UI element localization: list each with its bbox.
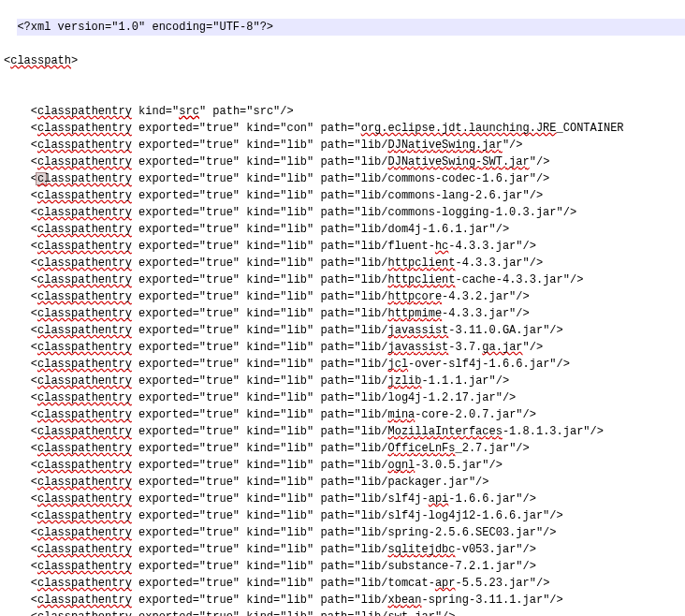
classpath-entry: <classpathentry exported="true" kind="li… — [4, 440, 681, 457]
classpath-entry: <classpathentry exported="true" kind="li… — [4, 558, 681, 575]
classpath-entry: <classpathentry exported="true" kind="co… — [4, 120, 681, 137]
classpath-entry: <classpathentry exported="true" kind="li… — [4, 373, 681, 389]
classpath-entry: <classpathentry exported="true" kind="li… — [4, 238, 681, 255]
classpath-entry: <classpathentry exported="true" kind="li… — [4, 474, 681, 491]
classpath-entry: <classpathentry exported="true" kind="li… — [4, 541, 681, 558]
classpath-entry: <classpathentry exported="true" kind="li… — [4, 204, 681, 221]
classpath-entry: <classpathentry exported="true" kind="li… — [4, 389, 681, 406]
classpath-entry: <classpathentry exported="true" kind="li… — [4, 406, 681, 423]
classpath-entry: <classpathentry exported="true" kind="li… — [4, 339, 681, 356]
classpath-entry: <classpathentry exported="true" kind="li… — [4, 356, 681, 373]
classpath-entry: <classpathentry exported="true" kind="li… — [4, 288, 681, 305]
root-open: <classpath> — [4, 52, 681, 69]
classpath-entry: <classpathentry exported="true" kind="li… — [4, 609, 681, 616]
classpath-entry: <classpathentry exported="true" kind="li… — [4, 575, 681, 592]
classpath-entry: <classpathentry exported="true" kind="li… — [4, 491, 681, 507]
classpath-entry: <classpathentry kind="src" path="src"/> — [4, 103, 681, 120]
xml-declaration: <?xml version="1.0" encoding="UTF-8"?> — [17, 19, 685, 36]
classpath-entry: <classpathentry exported="true" kind="li… — [4, 457, 681, 474]
classpath-entry: <classpathentry exported="true" kind="li… — [4, 423, 681, 440]
classpath-entry: <classpathentry exported="true" kind="li… — [4, 255, 681, 271]
classpath-entry: <classpathentry exported="true" kind="li… — [4, 154, 681, 170]
classpath-entry: <classpathentry exported="true" kind="li… — [4, 137, 681, 154]
classpath-entry: <classpathentry exported="true" kind="li… — [4, 322, 681, 339]
classpath-entry: <classpathentry exported="true" kind="li… — [4, 187, 681, 204]
classpath-entry: <classpathentry exported="true" kind="li… — [4, 592, 681, 609]
classpath-entry: <classpathentry exported="true" kind="li… — [4, 170, 681, 187]
code-editor[interactable]: <?xml version="1.0" encoding="UTF-8"?> <… — [0, 0, 685, 616]
classpath-entry: <classpathentry exported="true" kind="li… — [4, 524, 681, 541]
classpath-entry: <classpathentry exported="true" kind="li… — [4, 305, 681, 322]
classpath-entry: <classpathentry exported="true" kind="li… — [4, 221, 681, 238]
classpath-entry: <classpathentry exported="true" kind="li… — [4, 507, 681, 524]
classpath-entry: <classpathentry exported="true" kind="li… — [4, 271, 681, 288]
